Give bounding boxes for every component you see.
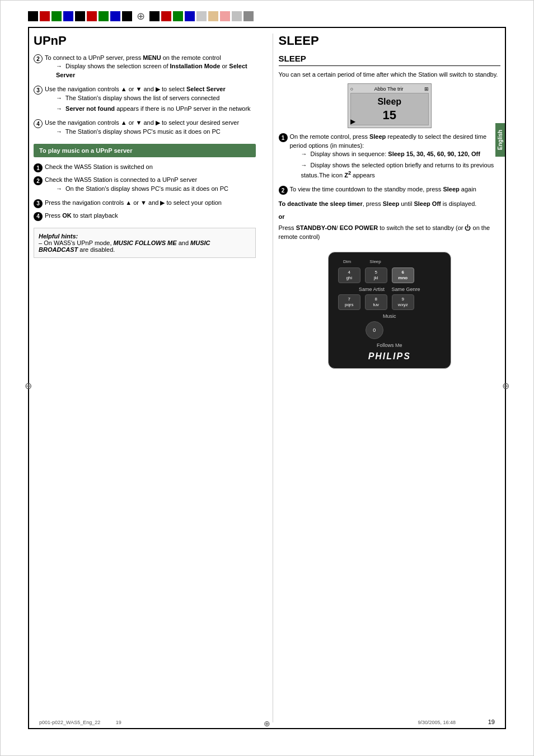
sleep-item-1-sub1: → Display shows in sequence: Sleep 15, 3… — [301, 150, 501, 158]
sleep-display-inner: Sleep 15 — [350, 93, 429, 125]
bottom-line — [28, 728, 506, 729]
left-color-blocks — [28, 11, 132, 21]
right-bar — [505, 27, 506, 729]
arrow-icon: → — [301, 151, 307, 157]
arrow-icon: → — [56, 185, 62, 192]
grid-icon: ⊞ — [424, 86, 429, 92]
color-block-r2 — [161, 11, 171, 21]
remote-btn-4[interactable]: 4ghi — [338, 267, 360, 283]
color-block-r3 — [173, 11, 183, 21]
color-block-3 — [51, 11, 62, 21]
color-block-6 — [87, 11, 97, 21]
sleep-main-title: SLEEP — [279, 34, 501, 48]
play-item-1-text: Check the WAS5 Station is switched on — [45, 163, 256, 171]
color-block-8 — [110, 11, 120, 21]
sleep-display: ○ Abbo The trir ⊞ Sleep 15 ▶ — [348, 83, 432, 128]
play-item-4: 4 Press OK to start playback — [34, 212, 256, 221]
upnp-item-3-text: Use the navigation controls ▲ or ▼ and ▶… — [45, 85, 256, 115]
standby-text: Press STANDBY-ON/ ECO POWER to switch th… — [279, 223, 501, 242]
upnp-title: UPnP — [34, 34, 256, 48]
color-block-5 — [75, 11, 85, 21]
two-columns: UPnP 2 To connect to a UPnP server, pres… — [34, 34, 500, 722]
remote-btn-6-sleep[interactable]: 6mno — [392, 267, 414, 283]
upnp-item-2-text: To connect to a UPnP server, press MENU … — [45, 54, 256, 82]
play-num-1: 1 — [34, 163, 43, 172]
upnp-item-4: 4 Use the navigation controls ▲ or ▼ and… — [34, 119, 256, 138]
sleep-num-1: 1 — [279, 133, 288, 142]
dim-label: Dim — [343, 259, 351, 264]
play-item-2-sub: → On the Station's display shows PC's mu… — [56, 185, 256, 193]
arrow-icon: → — [56, 105, 62, 112]
remote-btn-0[interactable]: 0 — [366, 321, 383, 339]
color-block-r8 — [232, 11, 242, 21]
remote-row-0: 0 — [335, 321, 444, 339]
music-label: Music — [335, 313, 444, 319]
play-item-2: 2 Check the WAS5 Station is connected to… — [34, 176, 256, 195]
upnp-column: UPnP 2 To connect to a UPnP server, pres… — [34, 34, 261, 722]
upnp-item-3-sub1: → The Station's display shows the list o… — [56, 94, 256, 102]
crosshair-right: ⊕ — [502, 381, 509, 391]
remote-control: Dim Sleep 4ghi 5jkl 6mno — [328, 252, 451, 369]
crosshair-left: ⊕ — [25, 381, 32, 391]
footer-page-num: 19 — [116, 720, 121, 725]
item-num-4: 4 — [34, 119, 43, 128]
sleep-display-arrow: ▶ — [350, 118, 355, 125]
crosshair-center: ⊕ — [137, 10, 145, 22]
color-block-r1 — [149, 11, 160, 21]
play-item-3-text: Press the navigation controls ▲ or ▼ and… — [45, 199, 256, 207]
color-block-7 — [99, 11, 109, 21]
sleep-display-num: 15 — [355, 108, 424, 123]
play-item-4-text: Press OK to start playback — [45, 212, 256, 220]
remote-btn-9[interactable]: 9wxyz — [392, 294, 414, 310]
dim-section: Dim — [335, 259, 359, 264]
sleep-display-wrapper: ○ Abbo The trir ⊞ Sleep 15 ▶ — [279, 83, 501, 128]
arrow-icon: → — [56, 95, 62, 101]
main-content: UPnP 2 To connect to a UPnP server, pres… — [34, 34, 500, 722]
remote-wrapper: Dim Sleep 4ghi 5jkl 6mno — [279, 246, 501, 374]
green-box: To play music on a UPnP server — [34, 144, 256, 157]
follows-me-label: Follows Me — [335, 342, 444, 348]
remote-btn-5[interactable]: 5jkl — [365, 267, 387, 283]
sleep-intro: You can set a certain period of time aft… — [279, 71, 501, 79]
hints-text: – On WAS5's UPnP mode, MUSIC FOLLOWS ME … — [39, 240, 251, 253]
arrow-icon: → — [56, 128, 62, 135]
color-block-r6 — [208, 11, 218, 21]
remote-btn-empty1 — [419, 267, 441, 283]
abbr-text: Abbo The trir — [374, 86, 404, 92]
sleep-item-1-sub2: → Display shows the selected option brie… — [301, 161, 501, 180]
footer-filename: p001-p022_WAS5_Eng_22 — [39, 720, 100, 725]
right-color-blocks — [149, 11, 254, 21]
deactivate-text: To deactivate the sleep timer, press Sle… — [279, 199, 501, 209]
page-number: 19 — [488, 719, 495, 725]
sleep-section: Sleep — [363, 259, 387, 264]
upnp-item-2-sub1: → Display shows the selection screen of … — [56, 62, 256, 79]
play-item-1: 1 Check the WAS5 Station is switched on — [34, 163, 256, 172]
left-bar — [28, 27, 29, 729]
sleep-column: SLEEP SLEEP You can set a certain period… — [273, 34, 501, 722]
play-item-2-text: Check the WAS5 Station is connected to a… — [45, 176, 256, 195]
color-block-4 — [63, 11, 73, 21]
sleep-num-2: 2 — [279, 186, 288, 195]
color-block-1 — [28, 11, 38, 21]
remote-row-456: 4ghi 5jkl 6mno — [335, 267, 444, 283]
footer-left: p001-p022_WAS5_Eng_22 19 — [39, 720, 121, 725]
upnp-item-4-sub1: → The Station's display shows PC's music… — [56, 128, 256, 136]
remote-btn-7[interactable]: 7pqrs — [338, 294, 360, 310]
top-color-bar: ⊕ — [28, 10, 506, 22]
upnp-item-2: 2 To connect to a UPnP server, press MEN… — [34, 54, 256, 82]
footer-date: 9/30/2005, 16:48 — [418, 720, 456, 725]
sleep-item-2-text: To view the time countdown to the standb… — [290, 185, 501, 194]
remote-btn-8[interactable]: 8tuv — [365, 294, 387, 310]
color-block-2 — [40, 11, 50, 21]
sleep-item-1-text: On the remote control, press Sleep repea… — [290, 133, 501, 182]
philips-logo: PHILIPS — [335, 351, 444, 361]
play-item-3: 3 Press the navigation controls ▲ or ▼ a… — [34, 199, 256, 208]
sleep-item-2: 2 To view the time countdown to the stan… — [279, 185, 501, 195]
color-block-r5 — [196, 11, 207, 21]
play-num-3: 3 — [34, 199, 43, 208]
top-line — [28, 27, 506, 28]
arrow-icon: → — [56, 63, 62, 69]
same-artist-genre-label: Same Artist Same Genre — [335, 287, 444, 292]
sleep-item-1: 1 On the remote control, press Sleep rep… — [279, 133, 501, 182]
color-block-r7 — [220, 11, 230, 21]
